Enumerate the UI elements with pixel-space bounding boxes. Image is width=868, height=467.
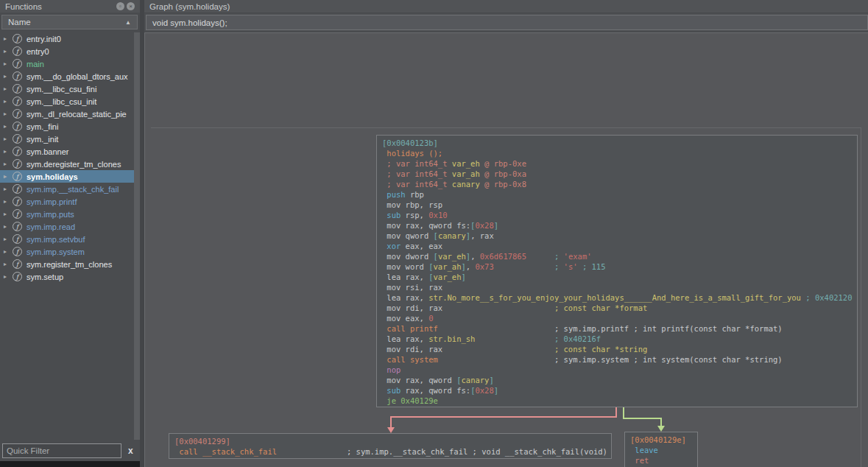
- function-label: sym.__libc_csu_init: [27, 97, 96, 106]
- expand-icon[interactable]: ▸: [4, 248, 11, 255]
- graph-frame-line: [861, 127, 861, 467]
- function-item-sym.imp.read[interactable]: ▸ƒsym.imp.read: [0, 220, 134, 233]
- disassembly-text: [0x0040129e] leave ret: [625, 432, 697, 467]
- function-icon: ƒ: [13, 96, 22, 106]
- graph-panel-titlebar: Graph (sym.holidays): [144, 0, 868, 13]
- function-item-entry0[interactable]: ▸ƒentry0: [0, 45, 134, 57]
- import-function-icon: ƒ: [13, 234, 22, 244]
- basic-block-0x0040129e[interactable]: [0x0040129e] leave ret: [624, 432, 698, 467]
- expand-icon[interactable]: ▸: [4, 98, 11, 105]
- function-signature[interactable]: void sym.holidays();: [146, 15, 868, 30]
- function-label: sym._dl_relocate_static_pie: [27, 110, 127, 119]
- expand-icon[interactable]: ▸: [4, 73, 11, 80]
- undock-icon[interactable]: ▫: [116, 2, 124, 10]
- expand-icon[interactable]: ▸: [4, 136, 11, 142]
- expand-icon[interactable]: ▸: [4, 211, 11, 217]
- function-label: entry.init0: [27, 35, 61, 43]
- edge-true-branch: [660, 418, 662, 426]
- basic-block-0x0040123b[interactable]: [0x0040123b] holidays (); ; var int64_t …: [376, 135, 858, 407]
- expand-icon[interactable]: ▸: [4, 60, 11, 67]
- function-label: sym.__libc_csu_fini: [27, 85, 96, 94]
- function-item-sym.__do_global_dtors_aux[interactable]: ▸ƒsym.__do_global_dtors_aux: [0, 70, 134, 82]
- function-label: entry0: [27, 47, 49, 56]
- edge-true-branch: [623, 418, 662, 419]
- functions-list: ▸ƒentry.init0▸ƒentry0▸ƒmain▸ƒsym.__do_gl…: [0, 32, 134, 440]
- function-label: sym._init: [27, 135, 58, 144]
- functions-panel-titlebar: Functions ▫ ×: [0, 0, 140, 13]
- function-icon: ƒ: [13, 272, 22, 281]
- expand-icon[interactable]: ▸: [4, 186, 11, 192]
- quick-filter-bar: x: [0, 440, 140, 461]
- function-item-entry.init0[interactable]: ▸ƒentry.init0: [0, 32, 134, 45]
- function-label: sym.banner: [27, 147, 68, 156]
- function-label: sym.register_tm_clones: [27, 260, 112, 269]
- function-icon: ƒ: [13, 122, 22, 131]
- function-item-sym.imp.printf[interactable]: ▸ƒsym.imp.printf: [0, 195, 134, 208]
- expand-icon[interactable]: ▸: [4, 148, 11, 155]
- function-label: sym.imp.puts: [27, 210, 74, 219]
- function-item-sym.imp.__stack_chk_fail[interactable]: ▸ƒsym.imp.__stack_chk_fail: [0, 183, 134, 195]
- function-item-sym.holidays[interactable]: ▸ƒsym.holidays: [0, 170, 134, 183]
- clear-filter-button[interactable]: x: [128, 446, 133, 456]
- quick-filter-input[interactable]: [2, 443, 121, 458]
- import-function-icon: ƒ: [13, 209, 22, 219]
- functions-panel: Functions ▫ × Name ▲ ▸ƒentry.init0▸ƒentr…: [0, 0, 140, 467]
- expand-icon[interactable]: ▸: [4, 35, 11, 42]
- function-icon: ƒ: [13, 109, 22, 119]
- function-icon: ƒ: [13, 134, 22, 144]
- function-icon: ƒ: [13, 46, 22, 56]
- function-item-sym.imp.system[interactable]: ▸ƒsym.imp.system: [0, 245, 134, 258]
- function-label: main: [27, 60, 44, 69]
- expand-icon[interactable]: ▸: [4, 198, 11, 205]
- function-label: sym.imp.printf: [27, 197, 77, 206]
- function-icon: ƒ: [13, 71, 22, 81]
- function-label: sym.imp.system: [27, 247, 85, 256]
- function-item-sym.__libc_csu_fini[interactable]: ▸ƒsym.__libc_csu_fini: [0, 82, 134, 95]
- function-label: sym.setup: [27, 273, 63, 281]
- expand-icon[interactable]: ▸: [4, 236, 11, 242]
- expand-icon[interactable]: ▸: [4, 48, 11, 55]
- function-icon: ƒ: [13, 59, 22, 69]
- close-icon[interactable]: ×: [127, 2, 135, 10]
- name-column-label: Name: [8, 18, 31, 27]
- edge-false-arrow-icon: [387, 427, 395, 433]
- expand-icon[interactable]: ▸: [4, 223, 11, 230]
- expand-icon[interactable]: ▸: [4, 261, 11, 267]
- expand-icon[interactable]: ▸: [4, 123, 11, 130]
- graph-viewport[interactable]: [0x0040123b] holidays (); ; var int64_t …: [144, 32, 868, 467]
- function-item-sym.banner[interactable]: ▸ƒsym.banner: [0, 145, 134, 158]
- import-function-icon: ƒ: [13, 184, 22, 194]
- import-function-icon: ƒ: [13, 197, 22, 206]
- edge-false-branch: [390, 416, 617, 418]
- signature-bar: void sym.holidays();: [144, 13, 868, 32]
- function-label: sym.imp.__stack_chk_fail: [27, 185, 119, 194]
- function-label: sym.__do_global_dtors_aux: [27, 72, 128, 81]
- expand-icon[interactable]: ▸: [4, 110, 11, 117]
- function-icon: ƒ: [13, 159, 22, 169]
- function-item-sym.deregister_tm_clones[interactable]: ▸ƒsym.deregister_tm_clones: [0, 158, 134, 170]
- function-item-sym.imp.puts[interactable]: ▸ƒsym.imp.puts: [0, 208, 134, 220]
- function-icon: ƒ: [13, 84, 22, 94]
- functions-scrollbar[interactable]: [134, 32, 140, 440]
- expand-icon[interactable]: ▸: [4, 273, 11, 280]
- functions-column-header[interactable]: Name ▲: [1, 15, 138, 29]
- function-item-sym._fini[interactable]: ▸ƒsym._fini: [0, 120, 134, 133]
- function-label: sym.imp.read: [27, 222, 75, 231]
- expand-icon[interactable]: ▸: [4, 161, 11, 167]
- import-function-icon: ƒ: [13, 222, 22, 231]
- disassembly-text: [0x00401299] call __stack_chk_fail ; sym…: [169, 434, 611, 459]
- expand-icon[interactable]: ▸: [4, 85, 11, 92]
- function-item-sym._dl_relocate_static_pie[interactable]: ▸ƒsym._dl_relocate_static_pie: [0, 108, 134, 120]
- function-item-main[interactable]: ▸ƒmain: [0, 57, 134, 70]
- disassembly-text: [0x0040123b] holidays (); ; var int64_t …: [377, 136, 857, 408]
- function-item-sym.setup[interactable]: ▸ƒsym.setup: [0, 270, 134, 283]
- function-icon: ƒ: [13, 172, 22, 181]
- expand-icon[interactable]: ▸: [4, 173, 11, 180]
- function-item-sym.__libc_csu_init[interactable]: ▸ƒsym.__libc_csu_init: [0, 95, 134, 108]
- function-label: sym._fini: [27, 122, 58, 131]
- function-item-sym.imp.setvbuf[interactable]: ▸ƒsym.imp.setvbuf: [0, 233, 134, 245]
- function-icon: ƒ: [13, 259, 22, 269]
- function-item-sym._init[interactable]: ▸ƒsym._init: [0, 133, 134, 145]
- function-item-sym.register_tm_clones[interactable]: ▸ƒsym.register_tm_clones: [0, 258, 134, 270]
- basic-block-0x00401299[interactable]: [0x00401299] call __stack_chk_fail ; sym…: [169, 433, 612, 459]
